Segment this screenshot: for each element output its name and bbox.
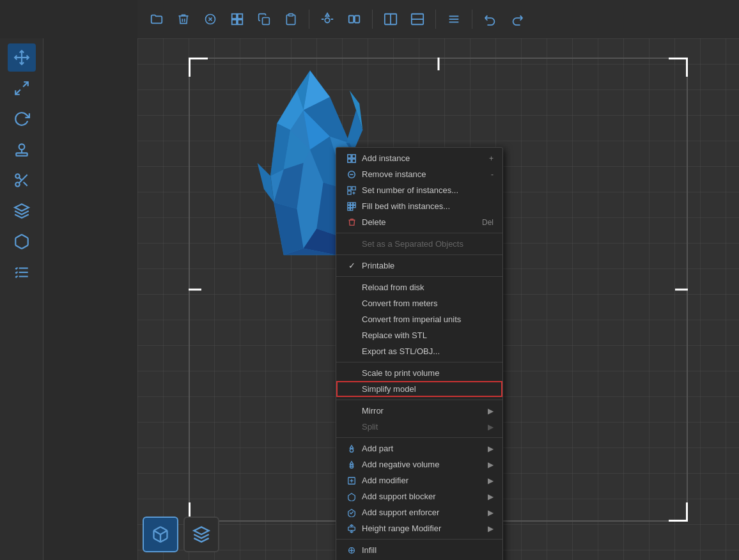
- mirror-arrow-icon: ▶: [488, 407, 494, 416]
- set-number-icon: [345, 186, 358, 195]
- menu-label-add-support-enforcer: Add support enforcer: [362, 508, 439, 517]
- menu-sep-2: [336, 254, 502, 255]
- tool-scale-btn[interactable]: [8, 74, 36, 102]
- toolbar-close-btn[interactable]: [199, 8, 222, 31]
- menu-label-replace-stl: Replace with STL: [362, 331, 427, 340]
- menu-item-add-part[interactable]: Add part ▶: [336, 440, 502, 456]
- svg-rect-68: [354, 205, 356, 208]
- menu-item-add-instance[interactable]: Add instance +: [336, 150, 502, 166]
- menu-sep-4: [336, 362, 502, 362]
- svg-rect-66: [348, 205, 350, 208]
- toolbar-copy-btn[interactable]: [253, 8, 276, 31]
- svg-point-28: [15, 182, 20, 187]
- toolbar-paste-btn[interactable]: [279, 8, 302, 31]
- tool-rotate-btn[interactable]: [8, 105, 36, 133]
- toolbar-layers-btn[interactable]: [442, 8, 465, 31]
- svg-rect-62: [348, 191, 351, 194]
- menu-sep-1: [336, 233, 502, 233]
- printable-check-icon: ✓: [345, 261, 358, 270]
- add-part-arrow-icon: ▶: [488, 444, 494, 453]
- menu-item-printable[interactable]: ✓ Printable: [336, 258, 502, 274]
- remove-instance-icon: [345, 170, 358, 179]
- delete-icon: [345, 218, 358, 226]
- tool-seam-btn[interactable]: [8, 228, 36, 256]
- add-modifier-arrow-icon: ▶: [488, 476, 494, 485]
- menu-item-reload-disk[interactable]: Reload from disk: [336, 279, 502, 295]
- menu-item-simplify-model[interactable]: Simplify model: [336, 381, 502, 397]
- toolbar-undo-btn[interactable]: [479, 8, 502, 31]
- tool-height-range-btn[interactable]: [8, 258, 36, 286]
- svg-point-71: [350, 449, 353, 452]
- context-menu: Add instance + Remove instance - Set num…: [336, 147, 503, 560]
- menu-item-fill-bed[interactable]: Fill bed with instances...: [336, 198, 502, 214]
- viewport[interactable]: Add instance + Remove instance - Set num…: [137, 38, 739, 560]
- toolbar-split-h-btn[interactable]: [379, 8, 402, 31]
- menu-item-mirror[interactable]: Mirror ▶: [336, 403, 502, 419]
- tool-cut-btn[interactable]: [8, 166, 36, 194]
- menu-label-convert-meters: Convert from meters: [362, 299, 437, 308]
- svg-rect-4: [238, 14, 242, 19]
- menu-item-remove-instance[interactable]: Remove instance -: [336, 166, 502, 182]
- svg-rect-56: [348, 159, 351, 162]
- svg-rect-7: [263, 18, 270, 25]
- split-arrow-icon: ▶: [488, 423, 494, 432]
- add-part-icon: [345, 444, 358, 453]
- svg-rect-54: [348, 154, 351, 157]
- menu-item-scale-print[interactable]: Scale to print volume: [336, 365, 502, 381]
- menu-item-set-separated: Set as a Separated Objects: [336, 236, 502, 252]
- menu-item-height-range-modifier[interactable]: Height range Modifier ▶: [336, 520, 502, 536]
- toolbar-open-file-btn[interactable]: [145, 8, 168, 31]
- menu-label-set-number: Set number of instances...: [362, 185, 458, 195]
- toolbar-sep2: [372, 10, 373, 29]
- menu-item-replace-stl[interactable]: Replace with STL: [336, 327, 502, 343]
- toolbar-orient2-btn[interactable]: [343, 8, 366, 31]
- svg-rect-25: [16, 153, 27, 155]
- svg-rect-11: [355, 16, 359, 23]
- fill-bed-icon: [345, 202, 358, 211]
- menu-label-reload-disk: Reload from disk: [362, 283, 424, 292]
- menu-item-convert-meters[interactable]: Convert from meters: [336, 295, 502, 311]
- menu-sep-3: [336, 276, 502, 277]
- bottom-left-tools: [143, 517, 219, 552]
- menu-label-add-modifier: Add modifier: [362, 476, 408, 485]
- menu-shortcut-delete: Del: [482, 218, 494, 227]
- menu-item-add-modifier[interactable]: Add modifier ▶: [336, 472, 502, 488]
- add-support-enforcer-icon: [345, 508, 358, 517]
- layers-view-btn[interactable]: [183, 517, 219, 552]
- menu-item-set-number[interactable]: Set number of instances...: [336, 182, 502, 198]
- menu-label-add-neg-volume: Add negative volume: [362, 460, 439, 469]
- toolbar-redo-btn[interactable]: [506, 8, 529, 31]
- menu-sep-6: [336, 437, 502, 438]
- add-modifier-icon: [345, 476, 358, 485]
- height-range-modifier-icon: [345, 524, 358, 533]
- add-support-enforcer-arrow-icon: ▶: [488, 508, 494, 517]
- menu-item-export-stl[interactable]: Export as STL/OBJ...: [336, 343, 502, 359]
- menu-item-infill[interactable]: Infill: [336, 542, 502, 558]
- toolbar-orient-btn[interactable]: [316, 8, 339, 31]
- left-tools: [0, 38, 43, 560]
- menu-label-add-instance: Add instance: [362, 153, 410, 163]
- tool-move-btn[interactable]: [8, 43, 36, 72]
- menu-item-add-support-blocker[interactable]: Add support blocker ▶: [336, 488, 502, 504]
- toolbar-sep4: [472, 10, 472, 29]
- menu-sep-7: [336, 539, 502, 540]
- add-support-blocker-icon: [345, 492, 358, 501]
- menu-label-set-separated: Set as a Separated Objects: [362, 239, 463, 249]
- 3d-view-btn[interactable]: [143, 517, 178, 552]
- svg-rect-60: [348, 186, 351, 189]
- toolbar-arrange-btn[interactable]: [226, 8, 249, 31]
- menu-item-add-support-enforcer[interactable]: Add support enforcer ▶: [336, 504, 502, 520]
- tool-place-face-btn[interactable]: [8, 136, 36, 164]
- svg-rect-77: [348, 527, 355, 530]
- svg-line-30: [23, 182, 27, 186]
- menu-item-add-neg-volume[interactable]: Add negative volume ▶: [336, 456, 502, 472]
- menu-label-simplify-model: Simplify model: [362, 384, 416, 394]
- svg-point-24: [19, 144, 24, 150]
- menu-item-convert-imperial[interactable]: Convert from imperial units: [336, 311, 502, 327]
- menu-item-delete[interactable]: Delete Del: [336, 214, 502, 230]
- tick-right-mid: [675, 289, 688, 291]
- svg-rect-63: [348, 202, 350, 205]
- tool-paint-supports-btn[interactable]: [8, 197, 36, 225]
- toolbar-delete-btn[interactable]: [172, 8, 195, 31]
- toolbar-split-v-btn[interactable]: [406, 8, 429, 31]
